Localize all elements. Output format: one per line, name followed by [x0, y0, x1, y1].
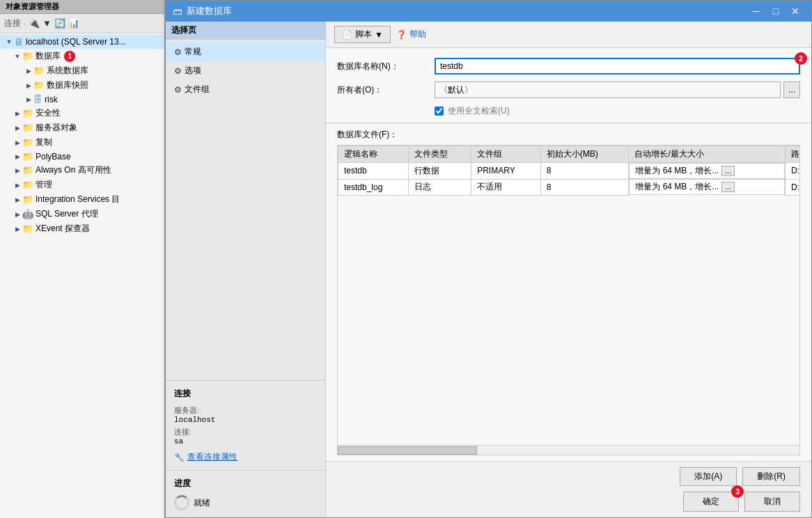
- help-button[interactable]: ❓ 帮助: [396, 29, 426, 40]
- sidebar-item-filegroups[interactable]: ⚙ 文件组: [166, 80, 325, 99]
- tree-item-server-objects[interactable]: ▶ 📁 服务器对象: [0, 120, 164, 135]
- databases-badge: 1: [64, 51, 75, 62]
- expand-snapshots[interactable]: ▶: [24, 82, 33, 89]
- connection-link-row: 🔧 查看连接属性: [174, 451, 317, 463]
- db-name-input[interactable]: [435, 58, 800, 74]
- sidebar-item-general[interactable]: ⚙ 常规: [166, 42, 325, 61]
- polybase-label: PolyBase: [36, 152, 71, 162]
- filter-btn[interactable]: ▼: [42, 18, 52, 29]
- tree-item-databases[interactable]: ▼ 📁 数据库 1: [0, 49, 164, 63]
- cell-path-0[interactable]: D:\: [785, 163, 800, 180]
- ok-btn[interactable]: 确定 3: [683, 492, 739, 512]
- system-dbs-label: 系统数据库: [47, 65, 88, 77]
- file-row-0: testdb 行数据 PRIMARY 8 增量为 64 MB，增长... ...…: [338, 163, 801, 180]
- expand-system-dbs[interactable]: ▶: [24, 68, 33, 74]
- db-name-row: 数据库名称(N)： 2: [337, 58, 800, 74]
- tree-item-integration-services[interactable]: ▶ 📁 Integration Services 目: [0, 192, 164, 207]
- cell-initial-size-0[interactable]: 8: [540, 163, 629, 180]
- connect-btn[interactable]: 🔌: [29, 18, 40, 29]
- progress-status: 就绪: [194, 497, 210, 509]
- object-explorer-panel: 对象资源管理器 连接 · 🔌 ▼ 🔄 📊 ▼ 🖥 localhost (SQL …: [0, 0, 165, 518]
- tree-item-security[interactable]: ▶ 📁 安全性: [0, 106, 164, 120]
- filegroups-label: 文件组: [185, 84, 210, 95]
- server-icon: 🖥: [14, 36, 24, 47]
- autogrowth-btn-0[interactable]: ...: [721, 166, 734, 176]
- tree-item-localhost[interactable]: ▼ 🖥 localhost (SQL Server 13...: [0, 35, 164, 49]
- remove-btn[interactable]: 删除(R): [742, 467, 800, 486]
- fulltext-checkbox[interactable]: [435, 107, 444, 116]
- close-btn[interactable]: ✕: [786, 2, 804, 20]
- expand-xevent[interactable]: ▶: [13, 226, 22, 233]
- expand-management[interactable]: ▶: [13, 182, 22, 189]
- add-remove-row: 添加(A) 删除(R): [337, 467, 800, 486]
- tree-item-risk[interactable]: ▶ 🗄 risk: [0, 93, 164, 106]
- tree-item-sql-agent[interactable]: ▶ 🤖 SQL Server 代理: [0, 207, 164, 221]
- folder-management-icon: 📁: [22, 180, 33, 190]
- progress-title: 进度: [174, 478, 317, 489]
- script-button[interactable]: 📄 脚本 ▼: [334, 26, 391, 43]
- folder-system-icon: 📁: [33, 65, 45, 76]
- link-icon: 🔧: [174, 453, 185, 462]
- management-label: 管理: [36, 179, 52, 191]
- horizontal-scrollbar[interactable]: [337, 446, 800, 455]
- minimize-btn[interactable]: ─: [747, 2, 765, 20]
- expand-security[interactable]: ▶: [13, 110, 22, 117]
- progress-row: 就绪: [174, 495, 317, 510]
- view-connection-properties-link[interactable]: 查看连接属性: [187, 451, 237, 463]
- owner-row: 所有者(O)： ...: [337, 81, 800, 98]
- dialog-title-icon: 🗃: [173, 6, 182, 17]
- new-database-dialog: 🗃 新建数据库 ─ □ ✕ 选择页 ⚙ 常规: [165, 0, 812, 518]
- owner-browse-btn[interactable]: ...: [783, 81, 800, 98]
- connect-label[interactable]: 连接: [4, 17, 21, 29]
- maximize-btn[interactable]: □: [767, 2, 785, 20]
- scrollbar-thumb[interactable]: [338, 446, 477, 455]
- oe-title-bar: 对象资源管理器: [0, 0, 164, 14]
- cancel-btn[interactable]: 取消: [744, 492, 800, 512]
- general-label: 常规: [185, 46, 201, 58]
- owner-input[interactable]: [435, 81, 781, 98]
- expand-integration[interactable]: ▶: [13, 196, 22, 203]
- cell-filegroup-0[interactable]: PRIMARY: [471, 163, 540, 180]
- oe-title-label: 对象资源管理器: [6, 1, 59, 12]
- expand-sql-agent[interactable]: ▶: [13, 211, 22, 218]
- expand-server-obj[interactable]: ▶: [13, 125, 22, 132]
- replication-label: 复制: [36, 136, 52, 148]
- tree-item-replication[interactable]: ▶ 📁 复制: [0, 135, 164, 150]
- fulltext-label[interactable]: 使用全文检索(U): [448, 105, 510, 117]
- tree-item-snapshots[interactable]: ▶ 📁 数据库快照: [0, 78, 164, 93]
- dialog-toolbar: 📄 脚本 ▼ ❓ 帮助: [326, 22, 811, 48]
- autogrowth-btn-1[interactable]: ...: [721, 182, 734, 192]
- expand-localhost[interactable]: ▼: [4, 38, 14, 45]
- expand-alwayson[interactable]: ▶: [13, 167, 22, 174]
- col-logical-name: 逻辑名称: [338, 146, 409, 163]
- tree-item-xevent[interactable]: ▶ 📁 XEvent 探查器: [0, 221, 164, 236]
- form-fields: 数据库名称(N)： 2 所有者(O)： ... 使用全文检索(U): [326, 48, 811, 123]
- expand-replication[interactable]: ▶: [13, 139, 22, 146]
- db-name-badge: 2: [795, 52, 807, 65]
- integration-services-label: Integration Services 目: [36, 194, 120, 205]
- cell-filegroup-1[interactable]: 不适用: [471, 179, 540, 195]
- expand-risk[interactable]: ▶: [24, 96, 33, 103]
- add-btn[interactable]: 添加(A): [680, 467, 737, 486]
- tree-item-system-dbs[interactable]: ▶ 📁 系统数据库: [0, 63, 164, 78]
- folder-polybase-icon: 📁: [22, 151, 33, 162]
- cell-file-type-1[interactable]: 日志: [408, 179, 471, 195]
- expand-polybase[interactable]: ▶: [13, 153, 22, 160]
- fulltext-row: 使用全文检索(U): [337, 105, 800, 117]
- file-row-1: testdb_log 日志 不适用 8 增量为 64 MB，增长... ... …: [338, 179, 801, 195]
- cell-logical-name-1[interactable]: testdb_log: [338, 179, 409, 195]
- progress-spinner: [174, 495, 189, 510]
- tree-item-alwayson[interactable]: ▶ 📁 Always On 高可用性: [0, 163, 164, 178]
- cell-logical-name-0[interactable]: testdb: [338, 163, 409, 180]
- expand-databases[interactable]: ▼: [13, 53, 22, 60]
- col-filegroup: 文件组: [471, 146, 540, 163]
- sidebar-item-options[interactable]: ⚙ 选项: [166, 61, 325, 80]
- activity-btn[interactable]: 📊: [68, 18, 79, 29]
- progress-section: 进度 就绪: [166, 470, 325, 517]
- tree-item-polybase[interactable]: ▶ 📁 PolyBase: [0, 150, 164, 163]
- cell-initial-size-1[interactable]: 8: [540, 179, 629, 195]
- cell-path-1[interactable]: D:\: [785, 179, 800, 195]
- refresh-btn[interactable]: 🔄: [54, 18, 65, 29]
- tree-item-management[interactable]: ▶ 📁 管理: [0, 178, 164, 192]
- cell-file-type-0[interactable]: 行数据: [408, 163, 471, 180]
